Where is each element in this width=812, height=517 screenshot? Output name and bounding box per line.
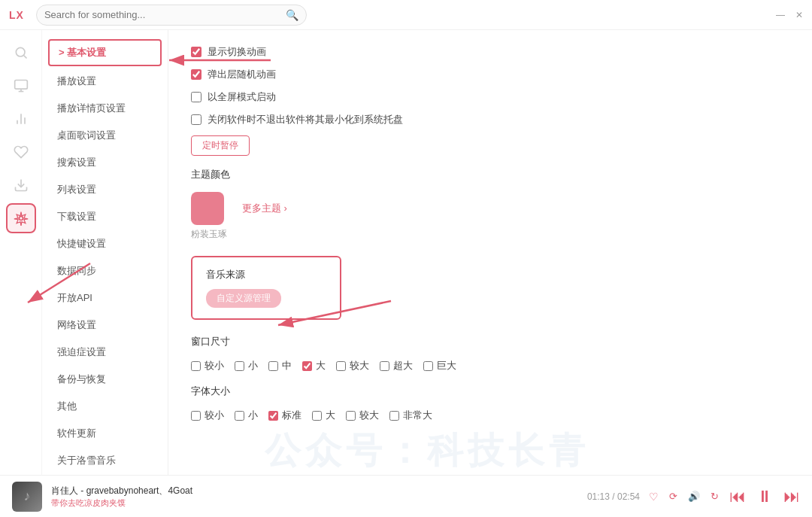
minimize-button[interactable]: — [776,10,785,20]
font-size-title: 字体大小 [191,385,789,398]
font-size-larger[interactable]: 较大 [346,409,379,422]
font-size-xl[interactable]: 非常大 [389,409,432,422]
checkbox-show-animation: 显示切换动画 [191,45,789,59]
sidebar-item-data-sync[interactable]: 数据同步 [42,257,168,284]
window-size-options: 较小 小 中 大 较大 超大 巨大 [191,359,789,373]
player-thumbnail: ♪ [12,482,42,512]
sidebar: > 基本设置 播放设置 播放详情页设置 桌面歌词设置 搜索设置 列表设置 下载设… [42,30,168,475]
svg-line-1 [23,56,26,59]
titlebar: LX 🔍 — ✕ [0,0,812,30]
sidebar-item-open-api[interactable]: 开放API [42,284,168,312]
window-size-xxl[interactable]: 巨大 [423,359,456,373]
music-source-title: 音乐来源 [206,268,326,281]
font-size-small2[interactable]: 较小 [191,409,224,422]
theme-section: 主题颜色 更多主题 › 粉装玉琢 [191,168,789,241]
player-song-subtitle: 带你去吃凉皮肉夹馍 [51,497,201,509]
sidebar-item-update[interactable]: 软件更新 [42,420,168,447]
svg-rect-2 [14,81,27,90]
player-time: 01:13 / 02:54 [587,491,640,502]
window-size-small2[interactable]: 较小 [191,359,224,373]
window-size-title: 窗口尺寸 [191,335,789,348]
sidebar-item-ocd-settings[interactable]: 强迫症设置 [42,339,168,366]
window-size-section: 窗口尺寸 较小 小 中 大 较大 超大 [191,335,789,373]
sidebar-item-other[interactable]: 其他 [42,393,168,420]
theme-more-link[interactable]: 更多主题 › [242,202,287,215]
player-refresh-button[interactable]: ↻ [710,491,719,502]
nav-search[interactable] [6,38,36,68]
theme-section-title: 主题颜色 [191,168,789,181]
checkbox-popup-animation: 弹出层随机动画 [191,68,789,81]
icon-nav [0,30,42,475]
font-size-standard[interactable]: 标准 [268,409,301,422]
theme-swatch-pink[interactable] [191,192,224,225]
sidebar-item-shortcut-settings[interactable]: 快捷键设置 [42,230,168,257]
nav-settings[interactable] [6,203,36,233]
sidebar-item-about[interactable]: 关于洛雪音乐 [42,447,168,474]
sidebar-item-search-settings[interactable]: 搜索设置 [42,149,168,176]
sidebar-item-play-settings[interactable]: 播放设置 [42,68,168,95]
nav-download[interactable] [6,170,36,200]
search-icon: 🔍 [286,9,298,21]
close-button[interactable]: ✕ [795,10,803,20]
music-source-box: 音乐来源 自定义源管理 [191,256,341,320]
nav-chart[interactable] [6,104,36,134]
font-size-large[interactable]: 大 [312,409,335,422]
checkbox-show-animation-input[interactable] [191,47,201,57]
nav-heart[interactable] [6,137,36,167]
font-size-section: 字体大小 较小 小 标准 大 较大 非常大 [191,385,789,422]
sidebar-item-basic-settings[interactable]: > 基本设置 [48,39,162,66]
checkbox-fullscreen-start: 以全屏模式启动 [191,90,789,104]
player-loop-button[interactable]: ⟳ [669,491,677,502]
checkbox-popup-animation-input[interactable] [191,69,201,80]
checkbox-minimize-on-close: 关闭软件时不退出软件将其最小化到系统托盘 [191,113,789,126]
window-size-larger[interactable]: 较大 [336,359,369,373]
window-size-small[interactable]: 小 [235,359,258,373]
svg-point-0 [16,47,25,56]
sidebar-item-download-settings[interactable]: 下载设置 [42,203,168,230]
window-size-xl[interactable]: 超大 [380,359,413,373]
player-controls: ♡ ⟳ 🔊 ↻ ⏮ ⏸ ⏭ [649,487,800,506]
player-bar: ♪ 肖佳人 - gravebabynoheart、4Goat 带你去吃凉皮肉夹馍… [0,475,812,517]
timer-pause-button[interactable]: 定时暂停 [191,135,250,156]
player-info: 肖佳人 - gravebabynoheart、4Goat 带你去吃凉皮肉夹馍 [51,485,201,509]
player-play-pause-button[interactable]: ⏸ [756,487,773,506]
window-size-large[interactable]: 大 [302,359,326,373]
custom-source-button[interactable]: 自定义源管理 [206,289,281,308]
search-bar[interactable]: 🔍 [36,5,307,26]
theme-name-label: 粉装玉琢 [191,228,789,241]
window-controls: — ✕ [776,10,803,20]
player-song-title: 肖佳人 - gravebabynoheart、4Goat [51,485,201,497]
player-heart-button[interactable]: ♡ [649,491,659,503]
svg-point-9 [19,217,23,220]
search-input[interactable] [44,9,286,20]
main-layout: > 基本设置 播放设置 播放详情页设置 桌面歌词设置 搜索设置 列表设置 下载设… [0,30,812,475]
sidebar-item-backup-restore[interactable]: 备份与恢复 [42,366,168,393]
sidebar-item-network-settings[interactable]: 网络设置 [42,312,168,339]
sidebar-item-desktop-lyrics[interactable]: 桌面歌词设置 [42,122,168,149]
app-logo: LX [9,9,24,21]
checkbox-fullscreen-start-input[interactable] [191,92,201,102]
font-size-small[interactable]: 小 [235,409,258,422]
settings-content: 显示切换动画 弹出层随机动画 以全屏模式启动 关闭软件时不退出软件将其最小化到系… [168,30,812,475]
window-size-medium[interactable]: 中 [268,359,292,373]
nav-music[interactable] [6,71,36,101]
checkbox-minimize-on-close-input[interactable] [191,114,201,125]
player-volume-button[interactable]: 🔊 [688,491,700,502]
sidebar-item-detail-settings[interactable]: 播放详情页设置 [42,95,168,122]
font-size-options: 较小 小 标准 大 较大 非常大 [191,409,789,422]
sidebar-item-list-settings[interactable]: 列表设置 [42,176,168,203]
player-prev-button[interactable]: ⏮ [729,487,746,506]
player-next-button[interactable]: ⏭ [783,487,800,506]
